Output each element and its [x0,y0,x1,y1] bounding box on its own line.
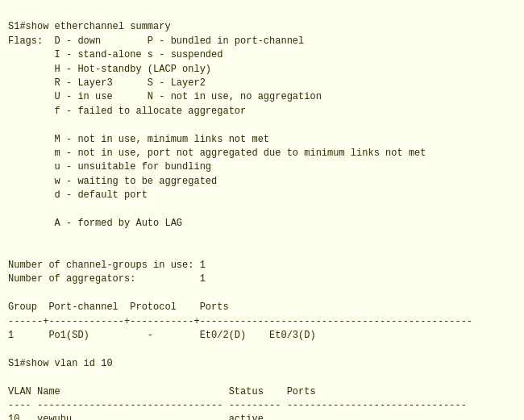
terminal-line: m - not in use, port not aggregated due … [8,147,516,160]
terminal-line: M - not in use, minimum links not met [8,133,516,147]
terminal-line: 10 yewubu active [8,413,516,420]
terminal-line [8,287,516,301]
terminal-line: R - Layer3 S - Layer2 [8,77,516,90]
terminal-line: w - waiting to be aggregated [8,175,516,189]
terminal-line [8,231,516,244]
terminal-line: S1#show etherchannel summary [8,20,516,34]
terminal-line: u - unsuitable for bundling [8,160,516,174]
terminal-line: VLAN Name Status Ports [8,385,516,399]
terminal-line: S1#show vlan id 10 [8,357,516,371]
terminal-line: d - default port [8,189,516,202]
terminal-line [8,202,516,216]
terminal-line: A - formed by Auto LAG [8,217,516,231]
terminal-line: 1 Po1(SD) - Et0/2(D) Et0/3(D) [8,329,516,343]
terminal-line: Flags: D - down P - bundled in port-chan… [8,35,516,48]
terminal-line: Group Port-channel Protocol Ports [8,301,516,314]
terminal-line: f - failed to allocate aggregator [8,105,516,119]
terminal-line [8,119,516,132]
terminal-line: Number of aggregators: 1 [8,272,516,286]
terminal-line: H - Hot-standby (LACP only) [8,63,516,77]
terminal-line: U - in use N - not in use, no aggregatio… [8,90,516,104]
terminal-line: Number of channel-groups in use: 1 [8,259,516,272]
terminal-line [8,371,516,385]
terminal-line: ------+-------------+-----------+-------… [8,315,516,329]
terminal-output: S1#show etherchannel summaryFlags: D - d… [0,0,524,420]
terminal-line [8,245,516,259]
terminal-line [8,343,516,356]
terminal-line: I - stand-alone s - suspended [8,48,516,62]
terminal-line: ---- -------------------------------- --… [8,399,516,413]
